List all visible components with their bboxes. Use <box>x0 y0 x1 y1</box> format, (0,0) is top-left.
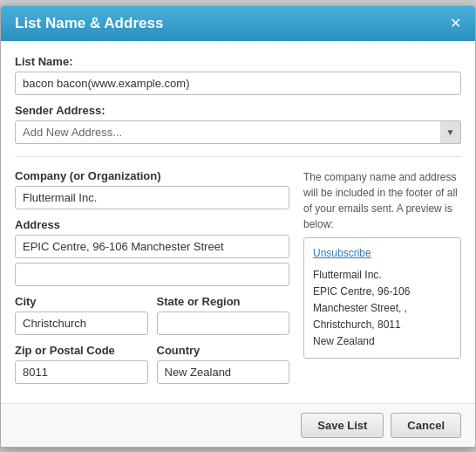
divider <box>15 156 461 157</box>
zip-label: Zip or Postal Code <box>15 344 148 357</box>
save-list-button[interactable]: Save List <box>301 413 384 438</box>
preview-city-state-zip: Christchurch, 8011 <box>313 318 401 331</box>
country-label: Country <box>157 344 290 357</box>
sender-address-select-wrapper: Add New Address... ▼ <box>15 120 461 144</box>
city-input[interactable] <box>15 312 148 335</box>
dialog-footer: Save List Cancel <box>1 403 475 447</box>
city-state-row: City State or Region <box>15 295 289 344</box>
list-name-label: List Name: <box>15 55 461 68</box>
dialog-list-name-address: List Name & Address ✕ List Name: Sender … <box>0 5 476 448</box>
dialog-header: List Name & Address ✕ <box>1 6 475 41</box>
state-input[interactable] <box>157 312 290 335</box>
company-label: Company (or Organization) <box>15 169 289 182</box>
company-input[interactable] <box>15 186 289 209</box>
unsubscribe-link[interactable]: Unsubscribe <box>313 247 371 259</box>
preview-country: New Zealand <box>313 335 375 347</box>
preview-address-line1: EPIC Centre, 96-106 <box>313 285 410 298</box>
zip-country-row: Zip or Postal Code Country <box>15 344 289 393</box>
preview-box: Unsubscribe Fluttermail Inc. EPIC Centre… <box>303 237 461 359</box>
zip-group: Zip or Postal Code <box>15 344 148 384</box>
cancel-button[interactable]: Cancel <box>391 413 461 438</box>
left-col: Company (or Organization) Address City <box>15 169 289 393</box>
country-input[interactable] <box>157 360 290 384</box>
preview-address-line2: Manchester Street, , <box>313 302 407 314</box>
close-button[interactable]: ✕ <box>450 17 461 31</box>
address-line2-input[interactable] <box>15 263 289 286</box>
list-name-group: List Name: <box>15 55 461 95</box>
sender-address-label: Sender Address: <box>15 104 461 117</box>
dialog-body: List Name: Sender Address: Add New Addre… <box>1 41 475 403</box>
state-label: State or Region <box>157 295 290 308</box>
country-group: Country <box>157 344 290 384</box>
two-col-layout: Company (or Organization) Address City <box>15 169 461 393</box>
preview-hint: The company name and address will be inc… <box>303 169 461 232</box>
preview-company: Fluttermail Inc. <box>313 269 382 281</box>
city-group: City <box>15 295 148 335</box>
list-name-input[interactable] <box>15 72 461 95</box>
state-group: State or Region <box>157 295 290 335</box>
zip-input[interactable] <box>15 360 148 384</box>
sender-address-group: Sender Address: Add New Address... ▼ <box>15 104 461 144</box>
address-line1-input[interactable] <box>15 235 289 258</box>
address-group: Address <box>15 218 289 286</box>
city-label: City <box>15 295 148 308</box>
company-group: Company (or Organization) <box>15 169 289 209</box>
right-col: The company name and address will be inc… <box>303 169 461 393</box>
address-label: Address <box>15 218 289 231</box>
dialog-title: List Name & Address <box>15 15 163 32</box>
sender-address-select[interactable]: Add New Address... <box>15 120 461 144</box>
